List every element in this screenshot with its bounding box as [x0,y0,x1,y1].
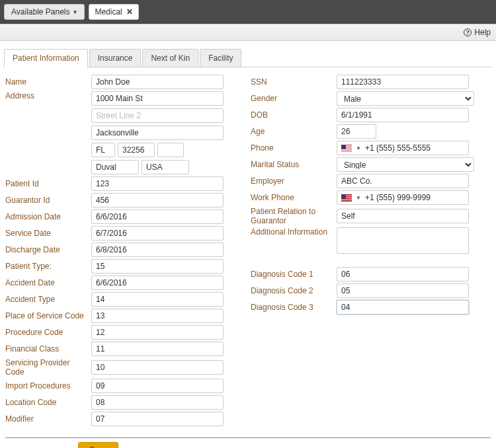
diag2-input[interactable] [337,283,469,298]
caret-down-icon: ▼ [356,145,361,151]
toolbar: ? Help [0,24,496,41]
label-discharge-date: Discharge Date [5,245,91,254]
label-patient-relation: Patient Relation to Guarantor [251,207,337,225]
label-diag3: Diagnosis Code 3 [251,303,337,312]
help-icon: ? [464,28,472,36]
label-financial-class: Financial Class [5,344,91,354]
financial-class-input[interactable] [91,342,224,356]
label-employer: Employer [251,176,337,186]
state-input[interactable] [91,143,115,157]
label-service-date: Service Date [5,229,91,238]
zip4-input[interactable] [157,143,184,157]
caret-down-icon: ▼ [73,9,78,15]
label-name: Name [5,77,91,87]
work-phone-input[interactable] [365,192,464,203]
work-phone-input-wrapper[interactable]: ▼ [337,190,469,205]
pos-code-input[interactable] [91,309,224,323]
label-accident-type: Accident Type [5,295,91,304]
street1-input[interactable] [91,91,224,106]
age-input[interactable] [337,124,376,139]
label-gender: Gender [251,94,337,103]
import-procedures-input[interactable] [91,379,224,393]
label-diag2: Diagnosis Code 2 [251,286,337,295]
label-pos-code: Place of Service Code [5,311,91,320]
phone-input-wrapper[interactable]: ▼ [337,141,469,155]
marital-status-select[interactable]: Single [337,157,474,172]
tab-next-of-kin[interactable]: Next of Kin [142,49,198,67]
country-input[interactable] [142,160,189,174]
label-age: Age [251,127,337,136]
accident-type-input[interactable] [91,292,224,307]
footer: Save [5,437,491,448]
available-panels-dropdown[interactable]: Available Panels ▼ [4,4,85,20]
label-ssn: SSN [251,77,337,87]
label-patient-type: Patient Type: [5,262,91,271]
tabs: Patient Information Insurance Next of Ki… [4,49,492,67]
caret-down-icon: ▼ [356,195,361,201]
label-modifier: Modifier [5,414,91,424]
label-patient-id: Patient Id [5,179,91,188]
additional-info-input[interactable] [337,227,469,254]
diag3-input[interactable] [337,300,469,315]
available-panels-label: Available Panels [11,7,70,17]
patient-relation-input[interactable] [337,209,469,223]
help-label: Help [474,28,491,37]
dob-input[interactable] [337,108,469,122]
label-guarantor-id: Guarantor Id [5,196,91,205]
guarantor-id-input[interactable] [91,193,224,207]
form-right: SSN Gender Male DOB Age Phone ▼ Marital … [251,73,491,428]
topbar: Available Panels ▼ Medical ✕ [0,0,496,24]
tab-patient-information[interactable]: Patient Information [4,49,88,67]
city-input[interactable] [91,126,224,140]
form: Name Address Patient Id Gua [0,67,496,433]
patient-type-input[interactable] [91,259,224,274]
employer-input[interactable] [337,174,469,188]
gender-select[interactable]: Male [337,91,474,106]
save-button[interactable]: Save [78,442,118,448]
accident-date-input[interactable] [91,276,224,290]
close-icon[interactable]: ✕ [126,7,133,17]
phone-input[interactable] [365,143,464,153]
name-input[interactable] [91,75,224,89]
label-marital-status: Marital Status [251,160,337,169]
zip-input[interactable] [118,143,155,157]
label-accident-date: Accident Date [5,278,91,287]
procedure-code-input[interactable] [91,325,224,340]
form-left: Name Address Patient Id Gua [5,73,245,428]
street2-input[interactable] [91,108,224,123]
modifier-input[interactable] [91,412,224,426]
label-address: Address [5,91,91,100]
us-flag-icon [341,145,352,152]
ssn-input[interactable] [337,75,469,89]
tab-insurance[interactable]: Insurance [89,49,142,67]
label-location-code: Location Code [5,398,91,407]
county-input[interactable] [91,160,139,174]
tab-facility[interactable]: Facility [200,49,241,67]
us-flag-icon [341,194,352,202]
label-procedure-code: Procedure Code [5,328,91,337]
label-phone: Phone [251,143,337,153]
label-additional-info: Additional Information [251,227,337,237]
label-admission-date: Admission Date [5,212,91,221]
open-tab-medical[interactable]: Medical ✕ [89,4,138,20]
location-code-input[interactable] [91,395,224,410]
discharge-date-input[interactable] [91,243,224,257]
diag1-input[interactable] [337,267,469,281]
service-date-input[interactable] [91,226,224,241]
servicing-provider-input[interactable] [91,360,224,375]
label-servicing-provider: Servicing Provider Code [5,358,91,377]
admission-date-input[interactable] [91,209,224,224]
label-import-procedures: Import Procedures [5,381,91,391]
label-diag1: Diagnosis Code 1 [251,270,337,279]
label-work-phone: Work Phone [251,193,337,202]
patient-id-input[interactable] [91,176,224,191]
label-dob: DOB [251,110,337,120]
open-tab-label: Medical [95,7,122,17]
help-button[interactable]: ? Help [464,28,491,37]
